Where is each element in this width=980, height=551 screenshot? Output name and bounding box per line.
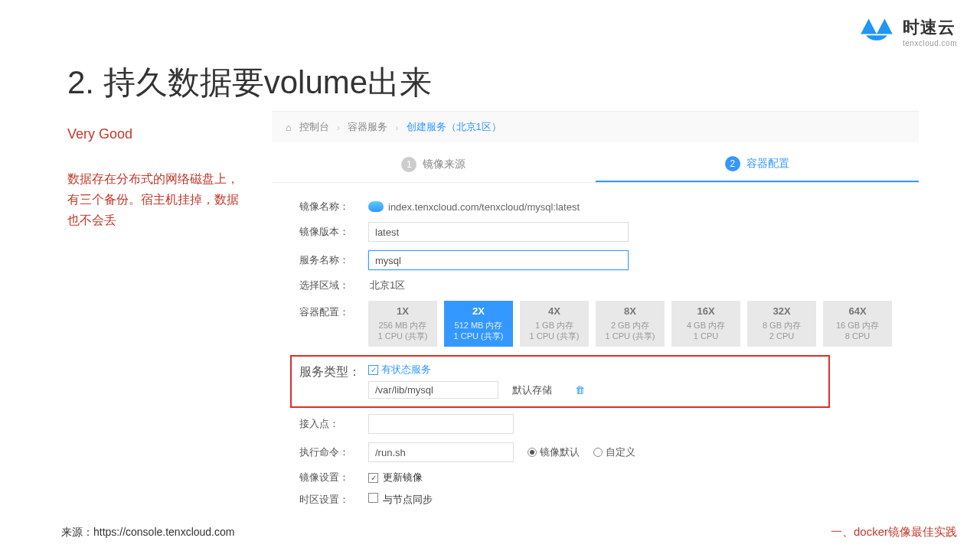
volume-storage[interactable]: 默认存储 — [512, 383, 552, 397]
source-footer: 来源：https://console.tenxcloud.com — [61, 526, 234, 540]
wizard-steps: 1镜像来源 2容器配置 — [272, 156, 919, 183]
image-version-input[interactable] — [368, 222, 629, 242]
radio-default[interactable]: 镜像默认 — [528, 445, 580, 459]
tier-label: 容器配置： — [299, 301, 368, 319]
console-panel: ⌂ 控制台 › 容器服务 › 创建服务（北京1区） 1镜像来源 2容器配置 镜像… — [272, 111, 919, 524]
service-type-highlight: 服务类型： ✓有状态服务 /var/lib/mysql 默认存储 🗑 — [290, 355, 830, 408]
volume-path-input[interactable]: /var/lib/mysql — [368, 381, 498, 399]
chapter-footer: 一、docker镜像最佳实践 — [831, 525, 957, 540]
step-2[interactable]: 2容器配置 — [596, 156, 920, 182]
rating-text: Very Good — [67, 126, 132, 142]
radio-custom[interactable]: 自定义 — [593, 445, 635, 459]
entry-label: 接入点： — [299, 417, 368, 431]
service-type-label: 服务类型： — [299, 363, 368, 380]
tier-64x[interactable]: 64X16 GB 内存8 CPU — [823, 301, 892, 347]
tier-8x[interactable]: 8X2 GB 内存1 CPU (共享) — [596, 301, 665, 347]
home-icon[interactable]: ⌂ — [286, 122, 292, 133]
brand-logo: 时速云 tenxcloud.com — [857, 15, 957, 47]
trash-icon[interactable]: 🗑 — [575, 384, 585, 396]
service-name-input[interactable] — [368, 250, 629, 270]
tier-options: 1X256 MB 内存1 CPU (共享) 2X512 MB 内存1 CPU (… — [368, 301, 892, 347]
tier-4x[interactable]: 4X1 GB 内存1 CPU (共享) — [520, 301, 589, 347]
image-name-label: 镜像名称： — [299, 200, 368, 214]
logo-icon — [857, 15, 897, 47]
update-image-checkbox[interactable]: ✓更新镜像 — [368, 471, 423, 484]
breadcrumb-mid[interactable]: 容器服务 — [348, 120, 387, 134]
tz-sync-checkbox[interactable]: 与节点同步 — [368, 493, 433, 507]
breadcrumb-current[interactable]: 创建服务（北京1区） — [407, 120, 501, 134]
page-title: 2. 持久数据要volume出来 — [67, 61, 432, 104]
form-area: 镜像名称： index.tenxcloud.com/tenxcloud/mysq… — [272, 192, 919, 507]
service-name-label: 服务名称： — [299, 253, 368, 267]
logo-text: 时速云 — [903, 16, 957, 39]
tz-label: 时区设置： — [299, 493, 368, 507]
description-text: 数据存在分布式的网络磁盘上，有三个备份。宿主机挂掉，数据也不会丢 — [67, 168, 243, 231]
step-1[interactable]: 1镜像来源 — [272, 156, 596, 182]
tier-32x[interactable]: 32X8 GB 内存2 CPU — [747, 301, 816, 347]
region-value: 北京1区 — [368, 279, 405, 292]
breadcrumb-home[interactable]: 控制台 — [299, 120, 329, 134]
image-name-value: index.tenxcloud.com/tenxcloud/mysql:late… — [368, 201, 580, 213]
tier-16x[interactable]: 16X4 GB 内存1 CPU — [671, 301, 740, 347]
cloud-icon — [368, 201, 384, 212]
cmd-label: 执行命令： — [299, 445, 368, 459]
stateful-checkbox[interactable]: ✓有状态服务 — [368, 363, 821, 377]
tier-2x[interactable]: 2X512 MB 内存1 CPU (共享) — [444, 301, 513, 347]
breadcrumb: ⌂ 控制台 › 容器服务 › 创建服务（北京1区） — [272, 112, 919, 142]
region-label: 选择区域： — [299, 279, 368, 292]
logo-subtext: tenxcloud.com — [903, 39, 957, 47]
entry-input[interactable] — [368, 414, 514, 434]
image-set-label: 镜像设置： — [299, 471, 368, 484]
image-version-label: 镜像版本： — [299, 225, 368, 239]
tier-1x[interactable]: 1X256 MB 内存1 CPU (共享) — [368, 301, 437, 347]
cmd-input[interactable] — [368, 442, 514, 462]
